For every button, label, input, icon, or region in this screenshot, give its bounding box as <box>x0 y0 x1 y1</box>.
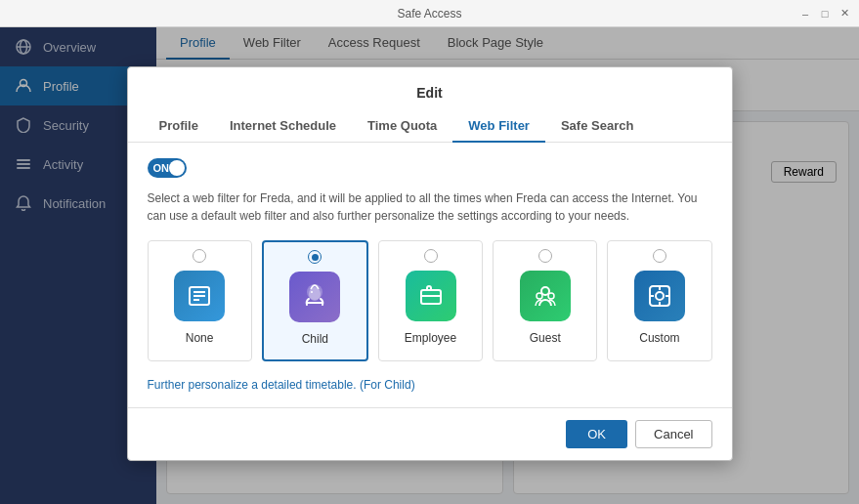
filter-label-none: None <box>186 331 214 345</box>
filter-radio-dot-child <box>312 254 319 261</box>
modal-title: Edit <box>128 77 732 110</box>
filter-label-child: Child <box>302 332 328 346</box>
modal-tab-internet-schedule[interactable]: Internet Schedule <box>214 110 352 143</box>
filter-grid: None <box>148 240 712 361</box>
close-button[interactable]: ✕ <box>838 7 851 21</box>
toggle-label: ON <box>148 162 170 174</box>
filter-label-guest: Guest <box>530 331 561 345</box>
filter-icon-guest <box>520 271 571 321</box>
filter-icon-none <box>174 271 225 321</box>
toggle-knob <box>169 160 185 176</box>
filter-label-employee: Employee <box>405 331 456 345</box>
cancel-button[interactable]: Cancel <box>635 420 711 448</box>
filter-radio-custom <box>653 249 666 263</box>
filter-radio-child <box>308 250 322 264</box>
filter-option-none[interactable]: None <box>148 240 252 361</box>
titlebar: Safe Access – □ ✕ <box>0 0 859 27</box>
modal-tab-web-filter[interactable]: Web Filter <box>452 110 545 143</box>
titlebar-controls: – □ ✕ <box>798 7 851 21</box>
filter-label-custom: Custom <box>639 331 679 345</box>
edit-modal: Edit Profile Internet Schedule Time Quot… <box>127 66 733 461</box>
personalize-link[interactable]: Further personalize a detailed timetable… <box>148 378 415 392</box>
modal-tab-profile[interactable]: Profile <box>144 110 214 143</box>
modal-tabs: Profile Internet Schedule Time Quota Web… <box>128 110 732 142</box>
minimize-button[interactable]: – <box>798 7 812 21</box>
filter-option-custom[interactable]: Custom <box>607 240 711 361</box>
ok-button[interactable]: OK <box>566 420 627 448</box>
web-filter-toggle[interactable]: ON <box>148 158 187 178</box>
modal-footer: OK Cancel <box>128 407 732 460</box>
filter-radio-guest <box>538 249 552 263</box>
svg-point-28 <box>548 293 554 299</box>
titlebar-title: Safe Access <box>397 7 461 21</box>
modal-tab-time-quota[interactable]: Time Quota <box>352 110 452 143</box>
filter-icon-employee <box>406 271 456 321</box>
maximize-button[interactable]: □ <box>818 7 832 21</box>
modal-tab-safe-search[interactable]: Safe Search <box>545 110 649 143</box>
svg-point-23 <box>309 287 321 301</box>
svg-point-30 <box>656 292 664 300</box>
filter-description: Select a web filter for Freda, and it wi… <box>148 189 712 225</box>
modal-header: Edit Profile Internet Schedule Time Quot… <box>128 67 732 143</box>
filter-option-employee[interactable]: Employee <box>378 240 483 361</box>
filter-radio-employee <box>424 249 438 263</box>
toggle-row: ON <box>148 158 712 178</box>
svg-point-26 <box>541 287 549 295</box>
svg-point-27 <box>537 293 542 299</box>
modal-overlay: Edit Profile Internet Schedule Time Quot… <box>0 27 859 504</box>
modal-body: ON Select a web filter for Freda, and it… <box>128 143 732 407</box>
filter-option-child[interactable]: Child <box>262 240 368 361</box>
svg-point-24 <box>311 291 313 293</box>
filter-icon-child <box>289 272 340 322</box>
filter-icon-custom <box>634 271 685 321</box>
filter-radio-none <box>193 249 206 263</box>
filter-option-guest[interactable]: Guest <box>493 240 597 361</box>
